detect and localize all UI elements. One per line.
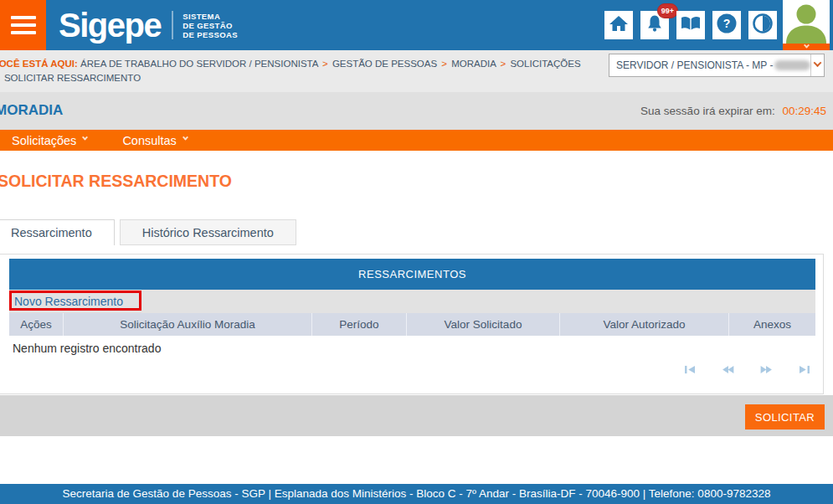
notification-badge: 99+ [657,3,678,18]
table-toolbar-row: Novo Ressarcimento [9,290,815,313]
chevron-down-icon [82,135,88,141]
avatar-silhouette [783,0,830,44]
redacted-text [774,60,810,70]
question-icon: ? [716,13,738,38]
user-avatar[interactable] [783,0,830,52]
session-time: 00:29:45 [782,105,826,117]
app-header: Sigepe SISTEMA DE GESTÃO DE PESSOAS 99+ [0,0,833,50]
column-header-periodo: Período [312,313,407,336]
breadcrumb-band: VOCÊ ESTÁ AQUI: ÁREA DE TRABALHO DO SERV… [0,50,833,92]
table-header-row: Ações Solicitação Auxílio Moradia Períod… [9,313,815,336]
help-button[interactable]: ? [712,11,741,39]
breadcrumb-separator: > [0,73,2,83]
tab-ressarcimento[interactable]: Ressarcimento [0,219,115,245]
menu-consultas[interactable]: Consultas [122,134,187,147]
home-button[interactable] [604,11,633,39]
pagination-prev-button[interactable] [722,363,734,378]
column-header-solicitacao: Solicitação Auxílio Moradia [64,313,312,336]
breadcrumb: VOCÊ ESTÁ AQUI: ÁREA DE TRABALHO DO SERV… [0,57,591,85]
contrast-button[interactable] [748,11,777,39]
hamburger-icon [11,16,36,19]
ressarcimento-panel: RESSARCIMENTOS Novo Ressarcimento Ações … [0,254,824,394]
svg-text:?: ? [723,17,731,30]
ressarcimentos-table: RESSARCIMENTOS Novo Ressarcimento Ações … [9,259,815,378]
breadcrumb-item[interactable]: ÁREA DE TRABALHO DO SERVIDOR / PENSIONIS… [80,59,318,69]
pagination-last-button[interactable] [798,363,810,378]
module-menubar: Solicitações Consultas [0,130,833,151]
pagination-first-button[interactable] [684,363,697,378]
solicitar-button[interactable]: SOLICITAR [745,404,825,429]
column-header-anexos: Anexos [729,313,815,336]
pagination [9,363,815,378]
module-title: MORADIA [0,102,63,119]
header-icon-bar: 99+ ? [604,11,777,39]
module-band: MORADIA Sua sessão irá expirar em: 00:29… [0,92,833,130]
action-bar: SOLICITAR [0,395,833,436]
breadcrumb-separator: > [499,59,508,69]
novo-ressarcimento-link[interactable]: Novo Ressarcimento [14,290,123,313]
empty-message: Nenhum registro encontrado [9,336,815,357]
breadcrumb-item[interactable]: MORADIA [451,59,496,69]
breadcrumb-label: VOCÊ ESTÁ AQUI: [0,59,78,69]
page-footer: Secretaria de Gestão de Pessoas - SGP | … [0,484,833,504]
logo-divider [172,11,173,39]
tab-historico-ressarcimento[interactable]: Histórico Ressarcimento [120,219,296,245]
chevron-down-icon [803,43,809,49]
chevron-down-icon [814,59,822,67]
role-select-value: SERVIDOR / PENSIONISTA - MP - [609,59,773,71]
manual-button[interactable] [676,11,705,39]
role-select[interactable]: SERVIDOR / PENSIONISTA - MP - [609,54,825,77]
hamburger-menu-button[interactable] [0,0,46,50]
column-header-valor-solicitado: Valor Solicitado [407,313,560,336]
notifications-button[interactable]: 99+ [640,11,669,39]
breadcrumb-item[interactable]: GESTÃO DE PESSOAS [332,59,437,69]
book-icon [680,13,702,37]
chevron-down-icon [183,135,188,141]
role-select-dropdown-button[interactable] [810,54,824,76]
pagination-next-button[interactable] [760,363,773,378]
breadcrumb-item[interactable]: SOLICITAÇÕES [510,59,580,69]
session-timer: Sua sessão irá expirar em: 00:29:45 [640,105,826,117]
sigepe-logo: Sigepe SISTEMA DE GESTÃO DE PESSOAS [59,8,238,43]
home-icon [609,13,629,37]
tab-bar: Ressarcimento Histórico Ressarcimento [0,219,296,245]
menu-solicitacoes[interactable]: Solicitações [12,134,87,147]
breadcrumb-separator: > [440,59,449,69]
column-header-acoes: Ações [9,313,64,336]
column-header-valor-autorizado: Valor Autorizado [560,313,729,336]
page-title: SOLICITAR RESSARCIMENTO [0,172,232,191]
logo-text: Sigepe [59,8,161,43]
breadcrumb-separator: > [321,59,330,69]
contrast-icon [752,13,774,38]
logo-subtitle: SISTEMA DE GESTÃO DE PESSOAS [183,12,238,39]
table-caption: RESSARCIMENTOS [9,259,815,290]
breadcrumb-item-current: SOLICITAR RESSARCIMENTO [4,73,141,83]
session-label: Sua sessão irá expirar em: [640,105,775,117]
